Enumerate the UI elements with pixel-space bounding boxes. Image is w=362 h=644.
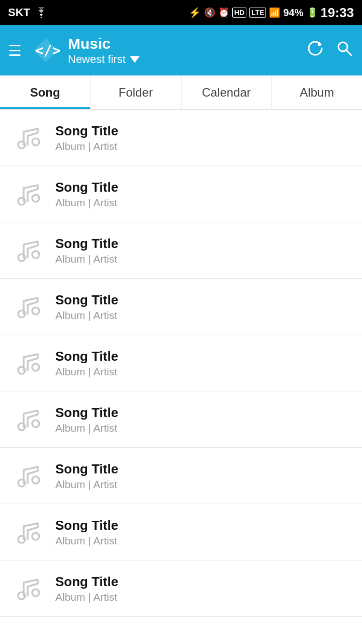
song-info: Song Title Album | Artist — [55, 574, 118, 604]
hamburger-icon[interactable]: ☰ — [8, 42, 22, 59]
song-meta: Album | Artist — [55, 478, 118, 491]
song-title: Song Title — [55, 348, 118, 365]
list-item[interactable]: Song Title Album | Artist — [0, 560, 362, 617]
search-button[interactable] — [335, 39, 354, 62]
refresh-button[interactable] — [306, 39, 325, 62]
music-note-icon — [10, 177, 45, 212]
song-title: Song Title — [55, 517, 118, 534]
song-info: Song Title Album | Artist — [55, 235, 118, 266]
list-item[interactable]: Song Title Album | Artist — [0, 391, 362, 448]
song-title: Song Title — [55, 574, 118, 591]
svg-point-7 — [32, 195, 39, 202]
song-info: Song Title Album | Artist — [55, 517, 118, 547]
tab-album[interactable]: Album — [272, 75, 362, 109]
svg-text:</>: </> — [35, 42, 60, 59]
song-title: Song Title — [55, 235, 118, 253]
svg-point-19 — [32, 533, 39, 540]
music-note-icon — [10, 458, 45, 494]
svg-line-3 — [346, 50, 351, 55]
svg-point-17 — [32, 476, 39, 484]
song-meta: Album | Artist — [55, 422, 118, 434]
song-list: Song Title Album | Artist Song Title Alb… — [0, 110, 362, 617]
app-bar-actions — [306, 39, 354, 62]
app-bar: ☰ </> Music Newest first — [0, 25, 362, 75]
svg-point-11 — [32, 307, 39, 314]
sort-arrow-icon — [130, 56, 140, 63]
svg-point-13 — [32, 364, 39, 371]
status-right: ⚡ 🔇 ⏰ HD LTE 📶 94% 🔋 19:33 — [189, 5, 354, 21]
song-title: Song Title — [55, 405, 118, 422]
song-info: Song Title Album | Artist — [55, 292, 118, 322]
carrier-label: SKT — [8, 6, 30, 19]
song-title: Song Title — [55, 292, 118, 309]
signal-icon: 📶 — [269, 7, 280, 18]
music-note-icon — [10, 515, 45, 550]
time-label: 19:33 — [321, 5, 354, 21]
svg-point-5 — [32, 138, 39, 145]
list-item[interactable]: Song Title Album | Artist — [0, 448, 362, 504]
music-note-icon — [10, 346, 45, 381]
song-meta: Album | Artist — [55, 140, 118, 152]
song-meta: Album | Artist — [55, 366, 118, 378]
app-logo: </> — [32, 36, 60, 64]
song-info: Song Title Album | Artist — [55, 461, 118, 491]
list-item[interactable]: Song Title Album | Artist — [0, 335, 362, 391]
tab-folder[interactable]: Folder — [90, 75, 181, 109]
status-bar: SKT ⚡ 🔇 ⏰ HD LTE 📶 94% 🔋 19:33 — [0, 0, 362, 25]
music-note-icon — [10, 289, 45, 325]
svg-point-21 — [32, 589, 39, 596]
music-note-icon — [10, 571, 45, 606]
svg-point-9 — [32, 251, 39, 258]
song-meta: Album | Artist — [55, 253, 118, 265]
list-item[interactable]: Song Title Album | Artist — [0, 166, 362, 222]
alarm-icon: ⏰ — [218, 7, 229, 18]
song-info: Song Title Album | Artist — [55, 123, 118, 153]
tabs-bar: Song Folder Calendar Album — [0, 75, 362, 110]
app-title-block: Music Newest first — [68, 35, 298, 66]
app-title: Music — [68, 35, 298, 53]
tab-song[interactable]: Song — [0, 75, 90, 109]
song-meta: Album | Artist — [55, 197, 118, 209]
mute-icon: 🔇 — [204, 7, 215, 18]
status-left: SKT — [8, 6, 48, 19]
list-item[interactable]: Song Title Album | Artist — [0, 222, 362, 279]
tab-calendar[interactable]: Calendar — [182, 75, 272, 109]
wifi-icon — [34, 7, 48, 18]
svg-point-15 — [32, 420, 39, 427]
battery-icon: 🔋 — [307, 7, 318, 18]
song-meta: Album | Artist — [55, 535, 118, 547]
song-title: Song Title — [55, 179, 118, 196]
song-meta: Album | Artist — [55, 309, 118, 321]
song-meta: Album | Artist — [55, 591, 118, 603]
music-note-icon — [10, 120, 45, 155]
sort-label[interactable]: Newest first — [68, 53, 298, 66]
music-note-icon — [10, 402, 45, 437]
song-info: Song Title Album | Artist — [55, 405, 118, 435]
song-title: Song Title — [55, 461, 118, 478]
music-note-icon — [10, 233, 45, 268]
lte-badge: LTE — [249, 8, 266, 18]
bt-icon: ⚡ — [189, 7, 201, 19]
list-item[interactable]: Song Title Album | Artist — [0, 279, 362, 335]
song-info: Song Title Album | Artist — [55, 348, 118, 378]
list-item[interactable]: Song Title Album | Artist — [0, 110, 362, 166]
song-title: Song Title — [55, 123, 118, 140]
song-info: Song Title Album | Artist — [55, 179, 118, 209]
list-item[interactable]: Song Title Album | Artist — [0, 504, 362, 560]
hd-badge: HD — [232, 8, 246, 18]
battery-label: 94% — [283, 7, 303, 19]
